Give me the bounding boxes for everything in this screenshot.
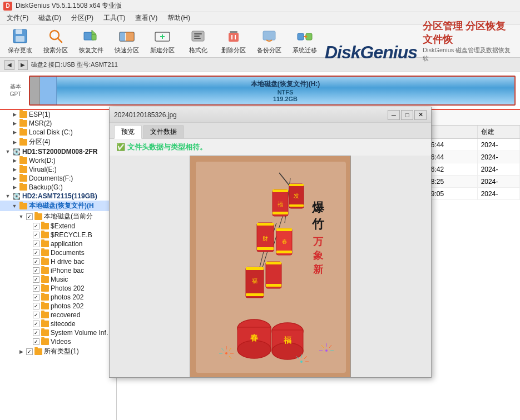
prev-disk-btn[interactable]: ◀	[4, 60, 14, 70]
partition-fs: NTFS	[251, 89, 320, 96]
menu-partition[interactable]: 分区(P)	[67, 12, 98, 24]
menu-disk[interactable]: 磁盘(D)	[34, 12, 66, 24]
checkbox[interactable]: ✓	[33, 338, 39, 345]
svg-rect-20	[230, 31, 237, 33]
svg-rect-2	[16, 36, 24, 42]
sidebar-label: recovered	[51, 311, 80, 319]
sidebar-item-f[interactable]: ▶ Documents(F:)	[0, 174, 116, 183]
cell-ctime: 2024-	[477, 151, 519, 163]
sidebar-item-photos1[interactable]: ✓ Photos 202	[0, 284, 116, 293]
sidebar-item-msr[interactable]: ▶ MSR(2)	[0, 119, 116, 128]
expand-icon: ▼	[18, 213, 24, 220]
sidebar-label: HD1:ST2000DM008-2FR	[22, 148, 97, 156]
new-partition-button[interactable]: 新建分区	[147, 25, 178, 57]
sidebar-label: iPhone bac	[51, 267, 84, 274]
brand-tagline: DiskGenius 磁盘管理及数据恢复软	[423, 46, 516, 63]
checkbox[interactable]: ✓	[33, 303, 39, 309]
backup-partition-button[interactable]: 备份分区	[254, 25, 285, 57]
sidebar-item-partition4[interactable]: ▶ 分区(4)	[0, 137, 116, 147]
sidebar-item-iphone-bac[interactable]: ✓ iPhone bac	[0, 266, 116, 275]
svg-text:万: 万	[313, 236, 324, 247]
sidebar-label: MSR(2)	[29, 119, 52, 127]
expand-icon	[24, 232, 31, 238]
svg-rect-58	[266, 284, 281, 287]
delete-partition-button[interactable]: 删除分区	[218, 25, 249, 57]
tab-preview[interactable]: 预览	[114, 125, 142, 139]
checkbox[interactable]: ✓	[33, 294, 39, 301]
sidebar-item-sitecode[interactable]: ✓ sitecode	[0, 319, 116, 328]
checkbox[interactable]: ✓	[33, 258, 39, 265]
expand-icon	[24, 276, 31, 283]
quick-partition-button[interactable]: 快速分区	[111, 25, 142, 57]
checkbox[interactable]: ✓	[33, 321, 39, 327]
svg-rect-17	[194, 33, 202, 34]
sidebar-item-videos[interactable]: ✓ Videos	[0, 337, 116, 346]
menu-help[interactable]: 帮助(H)	[163, 12, 195, 24]
expand-icon: ▼	[11, 203, 18, 209]
dialog-close-btn[interactable]: ✕	[414, 110, 427, 120]
sidebar-item-esp[interactable]: ▶ ESP(1)	[0, 110, 116, 119]
sidebar-item-h[interactable]: ▼ 本地磁盘(恢复文件)(H	[0, 201, 116, 211]
format-icon	[189, 27, 207, 45]
expand-icon	[24, 312, 31, 318]
checkbox[interactable]: ✓	[26, 348, 33, 355]
next-disk-btn[interactable]: ▶	[18, 60, 28, 70]
sidebar-item-extend[interactable]: ✓ $Extend	[0, 222, 116, 231]
migrate-button[interactable]: 系统迁移	[289, 25, 320, 57]
sidebar-item-c[interactable]: ▶ Local Disk (C:)	[0, 128, 116, 137]
checkbox[interactable]: ✓	[33, 223, 39, 229]
checkbox[interactable]: ✓	[33, 249, 39, 256]
dialog-maximize-btn[interactable]: □	[401, 110, 413, 120]
quick-partition-label: 快速分区	[115, 46, 139, 54]
checkbox[interactable]: ✓	[33, 267, 39, 274]
menu-file[interactable]: 文件(F)	[2, 12, 33, 24]
sidebar-item-documents[interactable]: ✓ Documents	[0, 248, 116, 257]
preview-dialog[interactable]: 20240120185326.jpg ─ □ ✕ 预览 文件数据 ✅ 文件头数据…	[109, 107, 432, 378]
sidebar-item-current[interactable]: ▼ ✓ 本地磁盘(当前分	[0, 211, 116, 222]
checkbox[interactable]: ✓	[33, 232, 39, 238]
format-button[interactable]: 格式化	[182, 25, 214, 57]
sidebar-item-recovered[interactable]: ✓ recovered	[0, 311, 116, 319]
checkbox[interactable]: ✓	[33, 329, 39, 336]
save-button[interactable]: 保存更改	[4, 25, 36, 57]
cell-ctime: 2024-	[477, 176, 519, 188]
svg-text:新: 新	[313, 263, 324, 275]
sidebar-item-recycle[interactable]: ✓ $RECYCLE.B	[0, 231, 116, 239]
checkbox[interactable]: ✓	[33, 241, 39, 247]
svg-rect-46	[257, 247, 274, 250]
expand-icon: ▶	[11, 184, 18, 191]
sidebar-item-photos2[interactable]: ✓ photos 202	[0, 293, 116, 302]
checkbox[interactable]: ✓	[33, 285, 39, 292]
dialog-minimize-btn[interactable]: ─	[388, 110, 400, 120]
sidebar-item-d[interactable]: ▶ Work(D:)	[0, 156, 116, 165]
menu-view[interactable]: 查看(V)	[131, 12, 162, 24]
recover-file-button[interactable]: 恢复文件	[76, 25, 107, 57]
sidebar-item-all-types[interactable]: ▶ ✓ 所有类型(1)	[0, 346, 116, 357]
sidebar-item-music[interactable]: ✓ Music	[0, 275, 116, 284]
tab-filedata[interactable]: 文件数据	[143, 125, 184, 138]
backup-partition-icon	[260, 27, 278, 45]
checkbox[interactable]: ✓	[26, 213, 33, 220]
checkbox[interactable]: ✓	[33, 312, 39, 318]
svg-rect-37	[273, 189, 288, 192]
menu-tools[interactable]: 工具(T)	[99, 12, 130, 24]
sidebar-item-photos3[interactable]: ✓ photos 202	[0, 302, 116, 311]
search-label: 搜索分区	[43, 46, 68, 54]
brand-area: DiskGenius 分区管理 分区恢复 文件恢 DiskGenius 磁盘管理…	[325, 19, 516, 63]
sidebar-item-g[interactable]: ▶ Backup(G:)	[0, 183, 116, 192]
main-partition[interactable]: 本地磁盘(恢复文件)(H:) NTFS 119.2GB	[57, 77, 514, 104]
checkbox[interactable]: ✓	[33, 276, 39, 283]
folder-icon	[41, 329, 49, 336]
expand-icon: ▶	[11, 111, 18, 118]
sidebar-item-hbac[interactable]: ✓ H drive bac	[0, 257, 116, 266]
sidebar-item-hd2[interactable]: ▼ 💽 HD2:ASMT2115(119GB)	[0, 192, 116, 201]
sidebar-item-hd1[interactable]: ▼ 💽 HD1:ST2000DM008-2FR	[0, 147, 116, 156]
sidebar-label: Work(D:)	[29, 157, 56, 164]
sidebar-item-sysvolinfo[interactable]: ✓ System Volume Inform	[0, 328, 116, 337]
expand-icon	[24, 321, 31, 327]
sidebar-item-application[interactable]: ✓ application	[0, 239, 116, 248]
sidebar-item-e[interactable]: ▶ Virual(E:)	[0, 165, 116, 174]
folder-icon	[41, 241, 49, 247]
sidebar-label: 本地磁盘(恢复文件)(H	[29, 201, 94, 211]
search-partition-button[interactable]: 搜索分区	[40, 25, 71, 57]
